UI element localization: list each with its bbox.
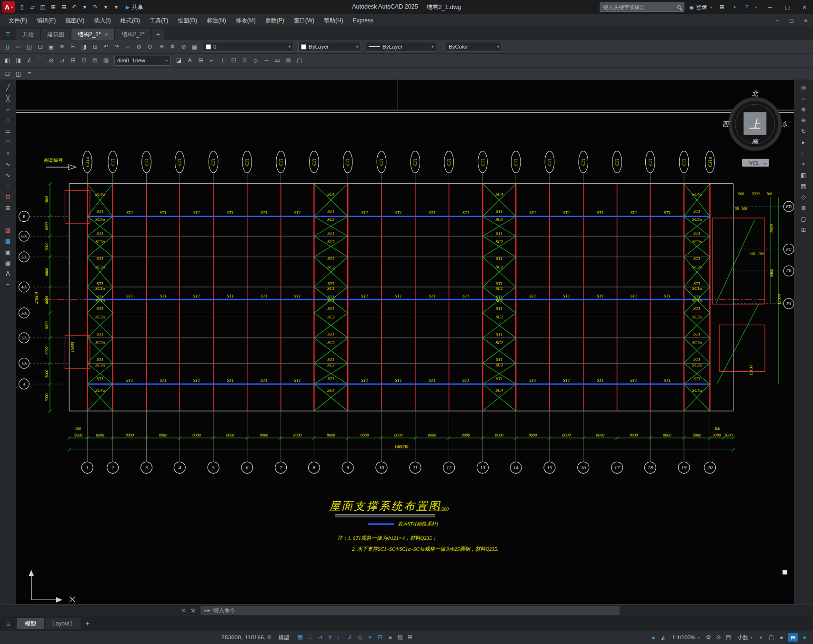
menu-item[interactable]: 帮助(H) [319,17,348,25]
isometric-drafting-icon[interactable]: ◇ [355,633,365,642]
ortho-icon[interactable]: ⊥ [217,55,228,66]
menu-item[interactable]: 插入(I) [89,17,115,25]
undo-icon[interactable]: ↶ [69,2,80,12]
layer-select[interactable]: 0 ▾ [203,42,293,52]
menu-item[interactable]: 编辑(E) [32,17,60,25]
dim-edit-icon[interactable]: ▤ [90,55,100,66]
maximize-button[interactable]: ▢ [779,0,796,14]
layer-merge-icon[interactable]: ◫ [13,68,24,79]
polyline-tool-icon[interactable]: ⌐ [2,105,14,114]
ucs-icon[interactable]: ∟ [798,149,809,158]
selection-cycling-icon[interactable]: ⊞ [405,633,415,642]
annotation-monitor-icon[interactable]: ⊘ [713,633,723,642]
visual-style-icon[interactable]: ◇ [798,192,809,202]
point-tool-icon[interactable]: ∙ [2,214,14,224]
notifications-icon[interactable]: ◔ [729,2,740,12]
properties-panel-icon[interactable]: ▢ [798,214,809,224]
menu-item[interactable]: Express [348,17,378,24]
region-tool-icon[interactable]: ▣ [2,247,14,257]
paste-icon[interactable]: ⊞ [90,41,100,52]
linetype-select[interactable]: ByLayer ▾ [366,42,436,52]
doc-close-button[interactable]: ✕ [799,14,813,27]
menu-item[interactable]: 参数(P) [261,17,289,25]
search-icon[interactable] [677,5,681,9]
layers-panel-icon[interactable]: ≣ [798,203,809,213]
redo-icon[interactable]: ↷ [111,41,122,52]
workspace-switching-icon[interactable]: ⚙ [703,633,713,642]
file-tab[interactable]: 结构2_2* [115,29,151,40]
open-icon[interactable]: ▱ [13,41,24,52]
insert-block-tool-icon[interactable]: ⊡ [2,192,14,202]
dynamic-input-icon[interactable]: # [325,633,335,642]
lineweight-icon[interactable]: ≡ [385,633,395,642]
file-tab[interactable]: 建筑图 [41,29,71,40]
qat-customize-icon[interactable]: ▾ [111,2,121,12]
text-style-icon[interactable]: A [184,55,195,66]
sheet-set-icon[interactable]: ⊞ [798,225,809,235]
revision-cloud-tool-icon[interactable]: ∿ [2,159,14,169]
layer-properties-icon[interactable]: ▦ [189,41,200,52]
command-tools-icon[interactable]: ⚒ [191,607,196,614]
pan-icon[interactable]: ⇔ [122,41,133,52]
doc-minimize-button[interactable]: ─ [770,14,784,27]
copy-clip-icon[interactable]: ◨ [79,41,90,52]
undo-icon[interactable]: ↶ [100,41,111,52]
menu-item[interactable]: 标注(N) [202,17,231,25]
dim-radius-icon[interactable]: ⌒ [35,55,46,66]
menu-item[interactable]: 工具(T) [145,17,173,25]
search-input[interactable] [603,4,674,10]
osnap-icon[interactable]: ⊡ [228,55,239,66]
object-snap-icon[interactable]: ⊡ [375,633,385,642]
application-menu-button[interactable]: A▾ [2,1,15,13]
new-drawing-icon[interactable]: ▯ [17,2,27,12]
rectangle-tool-icon[interactable]: ▭ [2,127,14,136]
annotation-visibility-icon[interactable]: ▲ [648,633,658,642]
object-color-select[interactable]: ByLayer ▾ [298,42,361,52]
drawing-canvas[interactable]: SC4aST1SC3aST1SC2aST1SC2aST1SC1aST1SC1aS… [16,80,794,604]
command-close-icon[interactable]: ✕ [181,607,186,614]
menu-item[interactable]: 绘图(D) [173,17,202,25]
spline-tool-icon[interactable]: ∿ [2,170,14,180]
layout-tab-menu-icon[interactable]: ≡ [0,616,17,631]
cut-icon[interactable]: ✂ [68,41,79,52]
construction-line-tool-icon[interactable]: ╳ [2,94,14,103]
menu-item[interactable]: 视图(V) [60,17,89,25]
group-icon[interactable]: ◇ [250,55,261,66]
clean-screen-icon[interactable]: ▢ [766,633,776,642]
polygon-tool-icon[interactable]: ⌂ [2,116,14,125]
quick-properties-icon[interactable]: ▤ [723,633,733,642]
navigation-wheel-icon[interactable]: ◎ [798,83,809,92]
feedback-icon[interactable]: ● [800,634,809,641]
tool-palettes-icon[interactable]: ▢ [294,55,305,66]
command-history-icon[interactable]: ▭▾ [204,608,210,613]
snap-mode-icon[interactable]: ∴ [305,633,315,642]
measure-icon[interactable]: ⌖ [798,159,809,169]
dim-diameter-icon[interactable]: ⊘ [46,55,57,66]
object-snap-tracking-icon[interactable]: ⌖ [365,633,375,642]
pan-icon[interactable]: ⇔ [798,94,809,103]
leader-icon[interactable]: ⊿ [57,55,68,66]
dimstyle-select[interactable]: dim0_1new ▾ [114,56,171,66]
layer-lock-icon[interactable]: ⊘ [178,41,189,52]
transparency-icon[interactable]: ▨ [395,633,405,642]
center-mark-icon[interactable]: ⊡ [79,55,90,66]
properties-icon[interactable]: ▭ [272,55,283,66]
table-icon[interactable]: ⊞ [195,55,206,66]
command-input[interactable]: ▭▾ 键入命令 [201,606,620,615]
match-properties-icon[interactable]: ≋ [57,41,68,52]
layout-tab[interactable]: 模型 [17,618,44,629]
zoom-extents-icon[interactable]: ⊕ [798,105,809,114]
close-tab-icon[interactable]: ✕ [104,32,108,37]
redo-dropdown-icon[interactable]: ▾ [100,2,111,12]
share-button[interactable]: ▶ 共享 [126,3,143,11]
zoom-window-icon[interactable]: ⊖ [798,116,809,125]
dim-aligned-icon[interactable]: ◨ [13,55,24,66]
blocks-icon[interactable]: ⊠ [283,55,294,66]
save-icon[interactable]: ◫ [38,2,48,12]
ortho-mode-icon[interactable]: ∟ [335,633,345,642]
save-icon[interactable]: ◫ [24,41,35,52]
menu-item[interactable]: 格式(O) [116,17,145,25]
hardware-acceleration-icon[interactable]: ▤ [788,633,798,642]
app-store-icon[interactable]: ⊞ [717,2,727,12]
zoom-out-icon[interactable]: ⊖ [144,41,155,52]
